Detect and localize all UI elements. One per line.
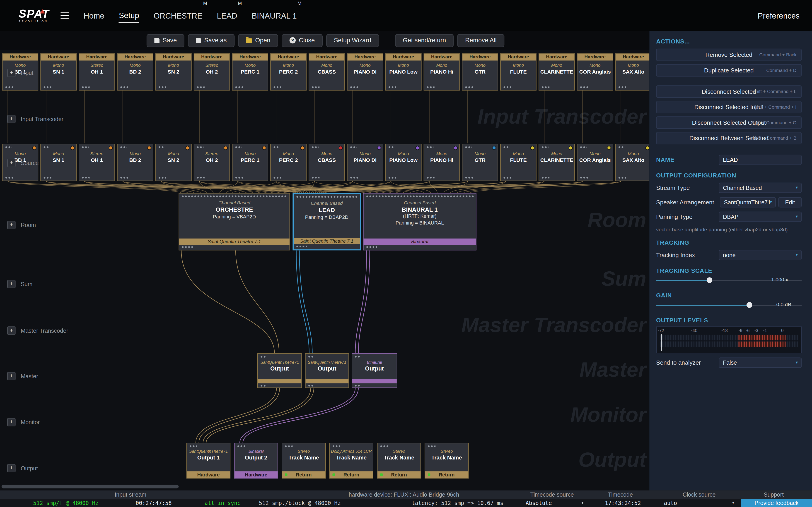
speaker-arrangement-dropdown[interactable]: SantQuntnThtre71 <box>720 197 776 208</box>
toolbar-button[interactable]: Open <box>238 34 278 47</box>
return-active-dot <box>428 473 430 476</box>
output-kind-label: Hardware <box>187 471 230 478</box>
action-button[interactable]: Disconnect Between Selected Shift + Comm… <box>656 132 802 145</box>
master-footer <box>258 379 301 383</box>
panning-type-dropdown[interactable]: DBAP <box>719 212 802 222</box>
action-shortcut: Shift + Command + O <box>751 120 796 125</box>
add-section-button[interactable]: + <box>7 280 16 288</box>
panning-type-label: Panning Type <box>656 214 692 220</box>
spat-logo: SPAT REVOLUTION <box>18 8 49 23</box>
master-node[interactable]: SantQuentnThetre71 Output <box>257 353 302 388</box>
tracking-scale-slider[interactable]: 1.000 x <box>656 276 802 285</box>
timecode-source-label: Timecode source <box>530 491 574 498</box>
add-section-button[interactable]: + <box>7 115 16 123</box>
output-format-label: Stereo <box>282 449 325 454</box>
master-name: Output <box>306 365 349 372</box>
output-configuration-title: OUTPUT CONFIGURATION <box>656 172 802 178</box>
provide-feedback-button[interactable]: Provide feedback <box>741 499 812 507</box>
toolbar-button[interactable]: Save as <box>188 34 235 47</box>
nav-tab[interactable]: BINAURAL 1 M <box>252 9 297 22</box>
action-shortcut: Shift + Command + B <box>752 135 797 141</box>
action-shortcut: Shift + Command + L <box>752 89 796 94</box>
edit-arrangement-button[interactable]: Edit <box>778 197 802 208</box>
master-arrangement-label: Binaural <box>352 360 397 365</box>
action-button-label: Disconnect Selected Input <box>694 104 763 110</box>
latency-value: latency: 512 smp => 10.67 ms <box>412 500 503 506</box>
name-label: NAME <box>656 157 674 163</box>
clock-source-dropdown[interactable]: auto <box>664 500 734 506</box>
section-row: + Monitor <box>7 418 40 427</box>
actions-primary-group: Remove Selected Command + Back Duplicate… <box>656 49 802 76</box>
stream-type-dropdown[interactable]: Channel Based <box>719 183 802 193</box>
nav-tab-label: LEAD <box>217 11 237 20</box>
speaker-arrangement-label: Speaker Arrangement <box>656 199 714 205</box>
toolbar-button[interactable]: Get send/return <box>395 34 454 47</box>
gain-slider[interactable]: 0.0 dB <box>656 300 802 310</box>
section-label: Output <box>20 465 38 471</box>
menu-icon[interactable] <box>61 12 69 18</box>
return-active-dot <box>285 473 287 476</box>
horizontal-scrollbar[interactable] <box>2 485 179 489</box>
section-row: + Output <box>7 464 38 472</box>
action-button[interactable]: Disconnect Selected Shift + Command + L <box>656 85 802 98</box>
actions-title: ACTIONS... <box>656 38 802 44</box>
meter-scale-label: -1 <box>763 328 767 333</box>
add-section-button[interactable]: + <box>7 418 16 427</box>
master-footer <box>306 379 349 383</box>
add-section-button[interactable]: + <box>7 221 16 229</box>
meter-scale-label: -3 <box>754 328 758 333</box>
input-ports <box>427 445 436 447</box>
output-node[interactable]: Binaural Output 2 Hardware <box>234 443 278 479</box>
nav-tab-label: Home <box>84 11 104 20</box>
nav-tab[interactable]: Setup <box>119 9 139 23</box>
slider-thumb[interactable] <box>706 277 712 283</box>
action-button[interactable]: Disconnect Selected Input Shift + Comman… <box>656 101 802 113</box>
gain-value: 0.0 dB <box>776 302 791 307</box>
output-node[interactable]: Stereo Track Name Return <box>377 443 421 479</box>
panning-type-value: DBAP <box>723 214 739 220</box>
block-rate-value: 512 smp./block @ 48000 Hz <box>259 500 341 506</box>
action-shortcut: Command + Back <box>759 52 796 57</box>
section-label: Input <box>20 70 33 76</box>
stream-type-label: Stream Type <box>656 185 690 191</box>
output-ports <box>308 384 314 387</box>
main-nav: Home Setup ORCHESTRE M LEAD M BINAURAL 1… <box>84 9 297 23</box>
tracking-index-dropdown[interactable]: none <box>719 250 802 260</box>
add-section-button[interactable]: + <box>7 326 16 335</box>
tracking-index-value: none <box>723 252 735 258</box>
output-name: Track Name <box>425 454 468 460</box>
tracking-scale-value: 1.000 x <box>771 277 788 282</box>
toolbar-button[interactable]: Setup Wizard <box>326 34 379 47</box>
gain-title: GAIN <box>656 292 802 298</box>
send-to-analyzer-label: Send to analyzer <box>656 360 701 366</box>
toolbar-button[interactable]: Remove All <box>457 34 504 47</box>
nav-tab[interactable]: LEAD M <box>217 9 237 22</box>
add-section-button[interactable]: + <box>7 464 16 472</box>
action-button[interactable]: Duplicate Selected Command + D <box>656 64 802 76</box>
preferences-button[interactable]: Preferences <box>758 11 800 20</box>
toolbar-button[interactable]: Save <box>147 34 185 47</box>
output-node[interactable]: Stereo Track Name Return <box>282 443 325 479</box>
output-node[interactable]: Stereo Track Name Return <box>424 443 468 479</box>
meter-scale-label: -72 <box>658 328 664 333</box>
output-node[interactable]: SantQuentnThetre71 Output 1 Hardware <box>187 443 231 479</box>
nav-tab[interactable]: ORCHESTRE M <box>154 9 202 22</box>
name-input[interactable] <box>719 155 802 165</box>
toolbar-button-label: Remove All <box>465 37 497 44</box>
add-section-button[interactable]: + <box>7 69 16 77</box>
input-ports <box>189 445 197 447</box>
action-button[interactable]: Disconnect Selected Output Shift + Comma… <box>656 116 802 129</box>
slider-thumb[interactable] <box>746 302 752 308</box>
master-node[interactable]: Binaural Output <box>352 353 397 388</box>
clock-source-value: auto <box>664 500 677 506</box>
output-node[interactable]: Dolby Atmos 514 LCR Track Name Return <box>329 443 373 479</box>
master-node[interactable]: SantQuentnThetre71 Output <box>305 353 349 388</box>
action-button[interactable]: Remove Selected Command + Back <box>656 49 802 61</box>
timecode-source-dropdown[interactable]: Absolute <box>526 500 583 506</box>
mute-badge: M <box>238 0 242 5</box>
nav-tab[interactable]: Home <box>84 9 104 22</box>
add-section-button[interactable]: + <box>7 372 16 380</box>
add-section-button[interactable]: + <box>7 159 16 167</box>
send-to-analyzer-dropdown[interactable]: False <box>719 357 802 368</box>
toolbar-button[interactable]: Close <box>282 34 323 47</box>
